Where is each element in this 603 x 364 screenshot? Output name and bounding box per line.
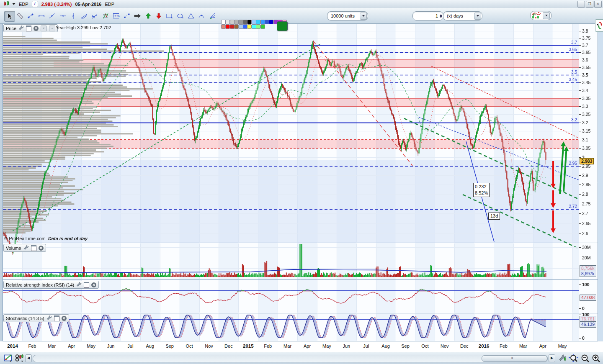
- new-window-icon[interactable]: [54, 315, 59, 321]
- export-chart-icon[interactable]: [4, 354, 13, 364]
- color-swatch[interactable]: [265, 20, 269, 24]
- compare-instrument-icon[interactable]: [15, 354, 24, 364]
- color-swatch[interactable]: [221, 24, 226, 29]
- price-tick-label: 3.15: [582, 128, 599, 133]
- ellipse-tool-button[interactable]: [175, 11, 185, 21]
- candlestick-logo-icon: [3, 0, 10, 8]
- new-window-icon[interactable]: [84, 282, 89, 288]
- scrollbar-thumb[interactable]: ≡: [482, 355, 547, 362]
- year-high-low: Year:High 3.299 Low 2.702: [56, 25, 111, 30]
- level-price-label: 3.45: [561, 77, 577, 82]
- close-panel-icon[interactable]: ✕: [39, 246, 44, 251]
- close-panel-icon[interactable]: ✕: [62, 316, 67, 321]
- percent-scale-tool-button[interactable]: 1%: [111, 11, 121, 21]
- info-button[interactable]: i: [32, 1, 38, 7]
- arrow-right-tool-button[interactable]: [132, 11, 142, 21]
- line-tool-button[interactable]: [47, 11, 57, 21]
- color-swatch[interactable]: [230, 24, 234, 29]
- dotted-segment-tool-button[interactable]: [122, 11, 132, 21]
- time-axis-label: Jun: [102, 343, 120, 349]
- time-axis-label: Aug: [141, 343, 159, 349]
- color-swatch[interactable]: [225, 20, 230, 24]
- selected-color-swatch[interactable]: [277, 21, 288, 31]
- zoom-out-icon[interactable]: [580, 354, 590, 364]
- color-swatch[interactable]: [256, 24, 260, 29]
- time-axis-label: 2014: [3, 343, 22, 349]
- zoom-in-icon[interactable]: [591, 354, 601, 364]
- minimize-button[interactable]: –: [577, 1, 585, 8]
- symbol-dropdown-icon[interactable]: [12, 3, 15, 5]
- time-axis-label: Dec: [455, 343, 474, 349]
- triangle-tool-button[interactable]: [186, 11, 196, 21]
- arrow-down-tool-button[interactable]: [154, 11, 164, 21]
- color-swatch[interactable]: [225, 24, 230, 29]
- settings-wrench-icon[interactable]: [76, 282, 82, 288]
- color-swatch[interactable]: [247, 24, 252, 29]
- horizontal-line-tool-button[interactable]: [58, 11, 68, 21]
- chart-settings-icon[interactable]: [558, 354, 567, 364]
- fibonacci-tool-button[interactable]: [100, 11, 111, 21]
- close-button[interactable]: ×: [594, 1, 602, 8]
- scroll-left-button[interactable]: ◀: [25, 354, 32, 362]
- move-up-icon[interactable]: ▲: [49, 26, 55, 31]
- settings-wrench-icon[interactable]: [46, 315, 52, 321]
- chart-style-button[interactable]: [530, 11, 551, 20]
- time-scrollbar[interactable]: ≡: [33, 355, 548, 362]
- color-swatch[interactable]: [234, 24, 239, 29]
- color-swatch[interactable]: [269, 20, 273, 24]
- close-panel-icon[interactable]: ✕: [91, 282, 96, 287]
- color-swatch[interactable]: [239, 20, 243, 24]
- channel-tool-button[interactable]: [79, 11, 89, 21]
- settings-wrench-icon[interactable]: [23, 245, 29, 251]
- segment-tool-button[interactable]: [26, 11, 36, 21]
- zoom-fit-icon[interactable]: [569, 354, 579, 364]
- units-dropdown-arrow-icon[interactable]: [360, 13, 367, 20]
- ruler-tool-button[interactable]: [15, 11, 25, 21]
- spinner-arrows-icon[interactable]: [440, 14, 442, 18]
- move-down-icon[interactable]: ▼: [41, 26, 47, 31]
- restore-button[interactable]: ❐: [586, 1, 593, 8]
- color-swatch[interactable]: [247, 20, 252, 24]
- rectangle-tool-button[interactable]: [165, 11, 175, 21]
- color-swatch[interactable]: [239, 24, 243, 29]
- color-swatch[interactable]: [234, 20, 239, 24]
- chart-style-dropdown-arrow-icon[interactable]: [543, 12, 550, 19]
- cursor-tool-button[interactable]: [4, 11, 15, 22]
- fan-lines-tool-button[interactable]: [207, 11, 217, 21]
- time-axis-label: Apr: [298, 343, 317, 349]
- color-swatch[interactable]: [260, 20, 265, 24]
- time-axis-label: Sep: [396, 343, 415, 349]
- price-panel-header: Price ✕ ▼ ▲: [3, 24, 58, 32]
- duration-annotation[interactable]: 13d: [488, 213, 500, 220]
- interval-dropdown-arrow-icon[interactable]: [474, 13, 481, 20]
- units-dropdown[interactable]: 10000 units: [327, 11, 368, 21]
- interval-value-spinner[interactable]: 1: [412, 11, 443, 21]
- arrow-up-tool-button[interactable]: [143, 11, 153, 21]
- scroll-right-button[interactable]: ▶: [549, 354, 555, 362]
- color-swatch[interactable]: [260, 24, 265, 29]
- close-panel-icon[interactable]: ✕: [34, 26, 39, 31]
- interval-unit-dropdown[interactable]: (x) days: [443, 11, 482, 21]
- pitchfork-tool-button[interactable]: [90, 11, 100, 21]
- color-swatch[interactable]: [221, 20, 226, 24]
- price-tick-label: 2.9: [582, 173, 599, 178]
- price-tick-label: 3.7: [582, 43, 599, 48]
- time-axis-label: Aug: [376, 343, 395, 349]
- horizontal-segment-tool-button[interactable]: [36, 11, 46, 21]
- color-swatch[interactable]: [243, 24, 247, 29]
- arc-tool-button[interactable]: [196, 11, 206, 21]
- color-swatch[interactable]: [243, 20, 247, 24]
- color-swatch[interactable]: [256, 20, 260, 24]
- volume-tick-label: 30M: [582, 245, 599, 250]
- color-swatch[interactable]: [252, 20, 256, 24]
- color-swatch[interactable]: [230, 20, 234, 24]
- collapse-panel-tab[interactable]: [595, 19, 603, 32]
- price-tick-label: 3.6: [582, 57, 599, 62]
- new-window-icon[interactable]: [26, 26, 31, 31]
- settings-wrench-icon[interactable]: [18, 25, 24, 31]
- color-swatch[interactable]: [252, 24, 256, 29]
- level-price-label: 3.5: [561, 70, 577, 74]
- measure-annotation[interactable]: 0.232 8.52%: [473, 183, 490, 197]
- new-window-icon[interactable]: [31, 245, 36, 251]
- vertical-line-tool-button[interactable]: [68, 11, 78, 21]
